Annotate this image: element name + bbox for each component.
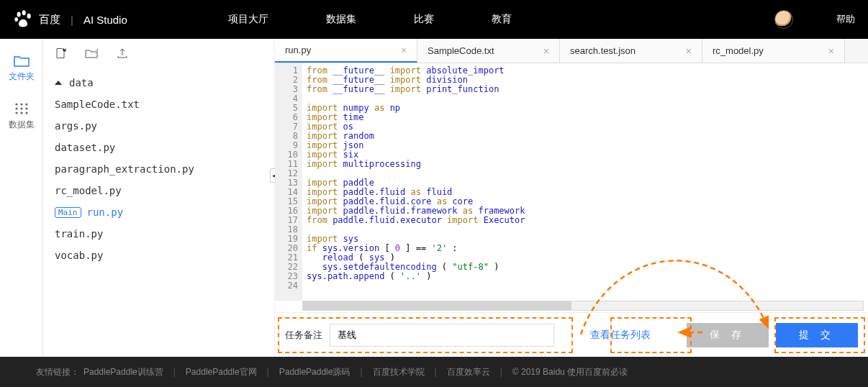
upload-icon[interactable] <box>117 47 128 61</box>
file-item[interactable]: paragraph_extraction.py <box>43 158 274 180</box>
tab-samplecode[interactable]: SampleCode.txt× <box>417 39 560 63</box>
svg-point-9 <box>25 107 27 109</box>
svg-point-11 <box>20 111 22 114</box>
file-item[interactable]: train.py <box>43 223 274 245</box>
task-bar: 任务备注 查看任务列表 保 存 提 交 <box>275 312 868 357</box>
file-item[interactable]: SampleCode.txt <box>43 94 274 115</box>
main-badge: Main <box>55 207 81 218</box>
logo[interactable]: 百度 | AI Studio <box>13 9 127 29</box>
file-item[interactable]: vocab.py <box>43 245 274 266</box>
folder-icon <box>14 55 30 68</box>
svg-text:+: + <box>96 48 98 53</box>
close-icon[interactable]: × <box>401 45 407 56</box>
top-bar: 百度 | AI Studio 项目大厅 数据集 比赛 教育 帮助 <box>0 0 868 39</box>
tab-rc-model[interactable]: rc_model.py× <box>702 39 845 63</box>
task-note-label: 任务备注 <box>285 329 322 342</box>
svg-point-0 <box>17 12 21 17</box>
nav-competition[interactable]: 比赛 <box>414 13 434 26</box>
svg-point-10 <box>15 111 17 114</box>
brand-aistudio: AI Studio <box>83 14 127 26</box>
top-nav: 项目大厅 数据集 比赛 教育 <box>228 13 512 26</box>
footer-link[interactable]: PaddlePaddle训练营 <box>83 366 163 378</box>
footer-copyright: © 2019 Baidu 使用百度前必读 <box>512 366 628 378</box>
nav-datasets[interactable]: 数据集 <box>326 13 356 26</box>
svg-point-6 <box>25 103 27 105</box>
dataset-icon <box>14 101 30 116</box>
save-button[interactable]: 保 存 <box>687 323 769 347</box>
horizontal-scrollbar[interactable] <box>302 301 864 311</box>
svg-point-2 <box>27 14 31 19</box>
tab-run-py[interactable]: run.py× <box>275 39 417 63</box>
file-item[interactable]: args.py <box>43 115 274 137</box>
svg-text:+: + <box>64 47 66 53</box>
new-folder-icon[interactable]: + <box>85 48 98 60</box>
code-body[interactable]: from __future__ import absolute_importfr… <box>302 63 868 301</box>
view-task-list-link[interactable]: 查看任务列表 <box>590 329 651 342</box>
file-item[interactable]: dataset.py <box>43 137 274 158</box>
file-item-selected[interactable]: Mainrun.py <box>43 201 274 223</box>
svg-point-8 <box>20 107 22 109</box>
sidebar-toolbar: + + <box>43 39 274 69</box>
folder-data[interactable]: data <box>43 72 274 94</box>
close-icon[interactable]: × <box>686 45 692 57</box>
left-rail: 文件夹 数据集 <box>0 39 43 357</box>
task-note-input[interactable] <box>330 324 554 347</box>
avatar[interactable] <box>774 10 793 29</box>
editor-tabs: run.py× SampleCode.txt× search.test.json… <box>275 39 868 63</box>
code-area[interactable]: 123456789101112131415161718192021222324 … <box>275 63 868 301</box>
close-icon[interactable]: × <box>828 45 834 57</box>
svg-point-5 <box>20 103 22 105</box>
svg-point-12 <box>25 111 27 114</box>
new-file-icon[interactable]: + <box>55 47 66 61</box>
help-link[interactable]: 帮助 <box>836 13 855 26</box>
rail-files[interactable]: 文件夹 <box>0 55 42 83</box>
nav-education[interactable]: 教育 <box>492 13 512 26</box>
footer-link[interactable]: 百度效率云 <box>447 366 490 378</box>
file-sidebar: + + data SampleCode.txt args.py dataset.… <box>43 39 275 357</box>
file-item[interactable]: rc_model.py <box>43 180 274 201</box>
chevron-up-icon <box>55 81 62 85</box>
svg-point-1 <box>22 10 26 15</box>
footer-link[interactable]: 百度技术学院 <box>373 366 425 378</box>
svg-point-7 <box>15 107 17 109</box>
footer-link[interactable]: PaddlePaddle官网 <box>186 366 257 378</box>
submit-button[interactable]: 提 交 <box>776 323 858 347</box>
rail-dataset[interactable]: 数据集 <box>0 101 42 131</box>
svg-point-3 <box>14 17 18 22</box>
editor-pane: ◀ run.py× SampleCode.txt× search.test.js… <box>275 39 868 357</box>
brand-baidu: 百度 <box>39 13 60 27</box>
svg-point-4 <box>15 103 17 105</box>
footer-link[interactable]: PaddlePaddle源码 <box>279 366 351 378</box>
nav-project-hall[interactable]: 项目大厅 <box>228 13 268 26</box>
footer: 友情链接： PaddlePaddle训练营| PaddlePaddle官网| P… <box>0 357 868 387</box>
close-icon[interactable]: × <box>543 45 549 57</box>
tab-search-json[interactable]: search.test.json× <box>560 39 702 63</box>
line-gutter: 123456789101112131415161718192021222324 <box>275 63 302 301</box>
baidu-paw-icon <box>13 9 33 29</box>
main-area: 文件夹 数据集 + + data SampleCode.txt args.py … <box>0 39 868 357</box>
footer-lead: 友情链接： <box>36 366 79 378</box>
file-tree: data SampleCode.txt args.py dataset.py p… <box>43 69 274 269</box>
